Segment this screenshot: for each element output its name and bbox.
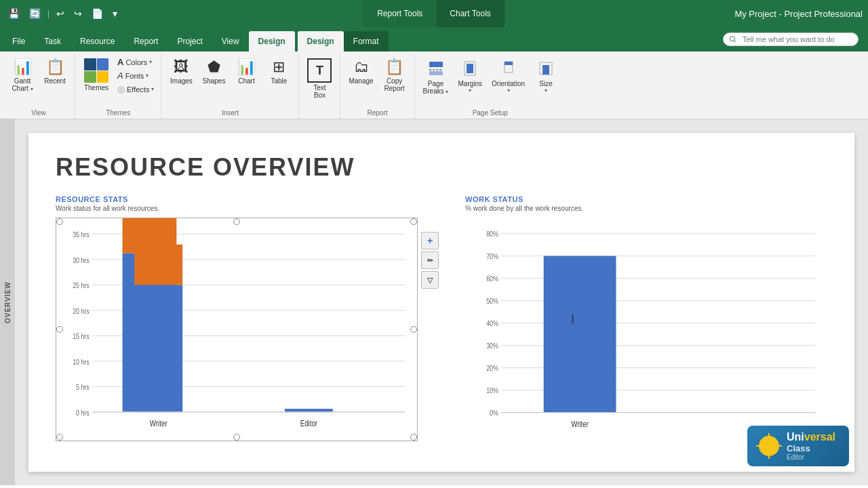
copy-report-label: Report <box>384 85 405 92</box>
tab-design[interactable]: Design <box>249 31 295 52</box>
effects-button[interactable]: ◎ Effects ▾ <box>115 83 157 96</box>
recent-button[interactable]: 📋 Recent <box>39 56 71 87</box>
left-chart-container[interactable]: 0 hrs 5 hrs 10 hrs 15 hrs 20 hrs 25 hrs … <box>56 218 418 441</box>
save-button[interactable]: 💾 <box>5 7 22 20</box>
svg-rect-4 <box>467 64 473 73</box>
textbox-group-label <box>303 115 336 119</box>
ribbon-group-report: 🗂 Manage 📋 Copy Report Report <box>340 54 414 119</box>
shapes-icon: ⬟ <box>208 58 220 76</box>
copy-report-button[interactable]: 📋 Copy Report <box>379 56 410 95</box>
svg-text:60%: 60% <box>486 274 498 283</box>
svg-text:5 hrs: 5 hrs <box>76 383 90 391</box>
svg-rect-0 <box>429 62 443 67</box>
gantt-icon: 📊 <box>14 58 32 76</box>
report-group-label: Report <box>344 108 410 119</box>
manage-icon: 🗂 <box>354 58 369 76</box>
fonts-button[interactable]: A Fonts ▾ <box>115 69 157 82</box>
help-input[interactable] <box>723 33 859 46</box>
svg-rect-52 <box>544 256 616 413</box>
table-label: Table <box>271 77 287 85</box>
images-label: Images <box>170 77 193 85</box>
tab-report[interactable]: Report <box>124 31 167 52</box>
effects-icon: ◎ <box>117 84 125 94</box>
gantt-chart-button[interactable]: 📊 Gantt Chart ▾ <box>7 56 38 95</box>
table-button[interactable]: ⊞ Table <box>263 56 294 87</box>
right-chart-title: WORK STATUS <box>465 195 827 203</box>
ribbon-group-pagesetup: Page Breaks ▾ Margins ▾ <box>415 54 566 119</box>
left-chart-section: RESOURCE STATS Work status for all work … <box>56 195 418 446</box>
fonts-icon: A <box>117 70 123 81</box>
tab-resource[interactable]: Resource <box>71 31 124 52</box>
chart-filter-button[interactable]: ▽ <box>421 271 439 289</box>
report-tools-label: Report Tools <box>377 9 422 18</box>
handle-bm[interactable] <box>233 434 240 441</box>
page-breaks-icon <box>426 58 446 79</box>
report-page[interactable]: RESOURCE OVERVIEW RESOURCE STATS Work st… <box>28 133 854 472</box>
tab-task[interactable]: Task <box>35 31 71 52</box>
handle-bl[interactable] <box>56 434 63 441</box>
help-area <box>716 27 865 52</box>
manage-button[interactable]: 🗂 Manage <box>344 56 377 87</box>
text-box-button[interactable]: T Text Box <box>303 56 336 102</box>
margins-button[interactable]: Margins ▾ <box>454 56 486 96</box>
add-chart-element-button[interactable]: + <box>421 232 439 249</box>
new-button[interactable]: 📄 <box>89 7 106 20</box>
colors-dropdown: ▾ <box>149 59 152 65</box>
svg-text:Writer: Writer <box>571 420 589 429</box>
redo-button[interactable]: ↪ <box>71 7 85 20</box>
watermark: Universal Class Editor <box>747 426 849 466</box>
tab-view[interactable]: View <box>212 31 249 52</box>
customize-qat-button[interactable]: ▾ <box>110 7 120 20</box>
svg-text:10%: 10% <box>486 386 498 394</box>
fonts-label: Fonts <box>125 72 144 80</box>
tab-project[interactable]: Project <box>167 31 212 52</box>
colors-button[interactable]: A Colors ▾ <box>115 56 157 68</box>
right-chart-container: 0% 10% 20% 30% 40% 50% 60% 70% 80% <box>465 218 827 441</box>
report-group-content: 🗂 Manage 📋 Copy Report <box>344 56 410 108</box>
view-group-label: View <box>7 108 71 119</box>
svg-rect-6 <box>505 62 513 65</box>
size-icon <box>536 58 556 79</box>
manage-label: Manage <box>349 77 373 85</box>
tab-file[interactable]: File <box>3 31 35 52</box>
ribbon-group-view: 📊 Gantt Chart ▾ 📋 Recent View <box>3 54 75 119</box>
svg-text:30%: 30% <box>486 342 498 350</box>
ribbon-group-themes: Themes A Colors ▾ A Fonts ▾ ◎ Effects ▾ <box>75 54 161 119</box>
themes-group-content: Themes A Colors ▾ A Fonts ▾ ◎ Effects ▾ <box>79 56 157 108</box>
handle-br[interactable] <box>410 434 417 441</box>
right-chart-subtitle: % work done by all the work resources. <box>465 205 827 212</box>
orientation-button[interactable]: Orientation ▾ <box>488 56 529 96</box>
textbox-line2: Box <box>314 92 326 99</box>
charts-row: RESOURCE STATS Work status for all work … <box>56 195 827 446</box>
tab-context-format[interactable]: Format <box>344 31 389 52</box>
svg-text:30 hrs: 30 hrs <box>73 256 90 264</box>
autosave-button[interactable]: 🔄 <box>26 7 43 20</box>
page-breaks-button[interactable]: Page Breaks ▾ <box>419 56 453 98</box>
svg-text:35 hrs: 35 hrs <box>73 230 90 239</box>
svg-rect-30 <box>285 409 333 412</box>
themes-button[interactable]: Themes <box>79 56 113 94</box>
handle-tl[interactable] <box>56 218 63 225</box>
textbox-group-content: T Text Box <box>303 56 336 115</box>
margins-label: Margins <box>458 80 482 87</box>
textbox-line1: Text <box>313 84 326 92</box>
sidebar-label: OVERVIEW <box>0 119 15 485</box>
watermark-brand: Universal <box>787 431 835 443</box>
chart-tools-tab[interactable]: Chart Tools <box>436 0 504 27</box>
tab-context-design[interactable]: Design <box>298 31 344 52</box>
images-button[interactable]: 🖼 Images <box>165 56 197 87</box>
handle-mr[interactable] <box>410 326 417 333</box>
undo-button[interactable]: ↩ <box>54 7 67 20</box>
left-chart-svg: 0 hrs 5 hrs 10 hrs 15 hrs 20 hrs 25 hrs … <box>56 218 417 441</box>
svg-rect-29 <box>134 245 182 285</box>
svg-text:25 hrs: 25 hrs <box>73 281 90 289</box>
report-tools-tab[interactable]: Report Tools <box>363 0 436 27</box>
size-button[interactable]: Size ▾ <box>530 56 561 96</box>
handle-tr[interactable] <box>410 218 417 225</box>
shapes-button[interactable]: ⬟ Shapes <box>198 56 229 87</box>
svg-text:80%: 80% <box>486 230 498 238</box>
handle-ml[interactable] <box>56 326 63 333</box>
chart-style-button[interactable]: ✏ <box>421 251 439 269</box>
handle-tm[interactable] <box>233 218 240 225</box>
chart-button[interactable]: 📊 Chart <box>231 56 262 87</box>
